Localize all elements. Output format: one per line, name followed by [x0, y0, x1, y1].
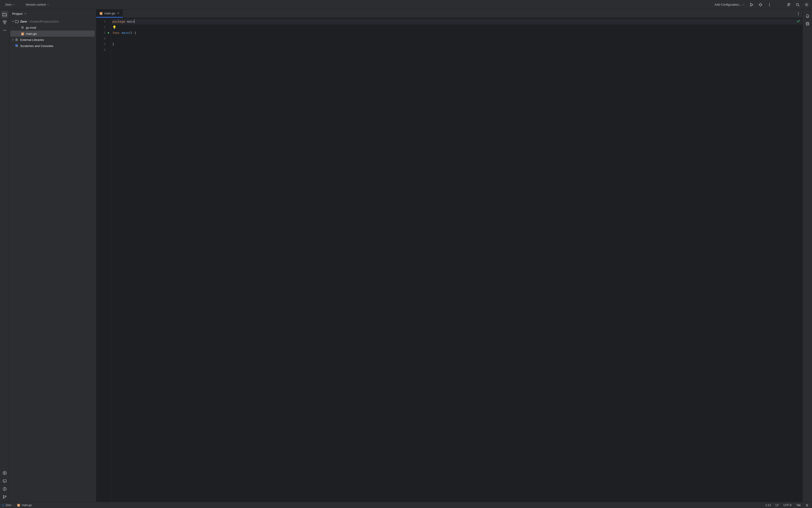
- search-everywhere-button[interactable]: [794, 1, 802, 8]
- navigation-bar[interactable]: Zero 🐹 main.go: [2, 503, 32, 507]
- indent-settings[interactable]: Tab: [795, 504, 802, 507]
- more-tool-windows-button[interactable]: [1, 27, 8, 34]
- run-configurations-dropdown[interactable]: Add Configuration...: [713, 2, 747, 7]
- version-control-label: Version control: [26, 3, 46, 6]
- tree-root[interactable]: Zero ~/GolandProjects/Zero: [10, 18, 95, 25]
- play-icon: [750, 3, 754, 7]
- vertical-dots-icon: [797, 12, 800, 15]
- settings-button[interactable]: [803, 1, 811, 8]
- problems-icon: [3, 487, 7, 491]
- tree-external-libraries[interactable]: External Libraries: [10, 37, 95, 43]
- more-actions-button[interactable]: [765, 1, 773, 8]
- vertical-dots-icon: [768, 3, 771, 7]
- editor-tabs-more-button[interactable]: [794, 9, 803, 17]
- notifications-tool-button[interactable]: [804, 12, 811, 19]
- project-tool-header[interactable]: Project: [9, 9, 96, 18]
- readonly-toggle[interactable]: [804, 504, 810, 507]
- chevron-down-icon: [47, 3, 49, 6]
- go-file-icon: 🐹: [17, 503, 20, 507]
- text-caret: [134, 19, 135, 23]
- library-icon: [15, 38, 19, 42]
- search-icon: [796, 3, 800, 7]
- folder-icon: [15, 19, 19, 23]
- git-tool-button[interactable]: [1, 494, 8, 501]
- caret-position[interactable]: 1:13: [764, 504, 772, 507]
- editor-area: 🐹 main.go 123456 💡 package mainfunc main…: [96, 9, 803, 502]
- expand-toggle[interactable]: [11, 38, 14, 41]
- project-square-icon: [2, 504, 4, 506]
- version-control-menu[interactable]: Version control: [24, 2, 51, 7]
- tree-root-name: Zero: [20, 20, 27, 23]
- chevron-down-icon: [24, 12, 27, 15]
- project-menu[interactable]: Zero: [3, 2, 17, 7]
- go-file-icon: 🐹: [21, 32, 25, 36]
- file-encoding[interactable]: UTF-8: [782, 504, 793, 507]
- project-tool-title: Project: [12, 12, 22, 15]
- chevron-down-icon: [742, 3, 745, 6]
- services-tool-button[interactable]: [1, 469, 8, 476]
- tree-file-label: main.go: [26, 32, 37, 36]
- bug-icon: [758, 3, 763, 7]
- code-editor[interactable]: 123456 💡 package mainfunc main() {}: [96, 18, 803, 502]
- crumb-file[interactable]: main.go: [22, 504, 32, 507]
- editor-tab-maingo[interactable]: 🐹 main.go: [96, 9, 123, 17]
- crumb-project[interactable]: Zero: [6, 504, 11, 507]
- tree-file-gomod[interactable]: go.mod: [10, 25, 95, 31]
- bell-icon: [805, 14, 810, 18]
- debug-button[interactable]: [757, 1, 765, 8]
- close-icon: [117, 12, 120, 14]
- folder-icon: [3, 12, 7, 16]
- analysis-ok-icon[interactable]: [797, 19, 800, 23]
- database-tool-button[interactable]: [804, 20, 811, 27]
- scratches-icon: [15, 44, 19, 48]
- titlebar: Zero Version control Add Configuration..…: [0, 0, 812, 9]
- unlock-icon: [805, 504, 809, 507]
- tree-scratches[interactable]: Scratches and Consoles: [10, 43, 95, 49]
- tree-file-label: go.mod: [26, 26, 36, 29]
- run-button[interactable]: [748, 1, 756, 8]
- gear-icon: [805, 3, 809, 7]
- services-icon: [3, 471, 7, 475]
- line-separator[interactable]: LF: [774, 504, 780, 507]
- structure-tool-button[interactable]: [1, 19, 8, 26]
- tree-item-label: External Libraries: [20, 38, 44, 42]
- gutter-run-icon[interactable]: [107, 32, 110, 34]
- problems-tool-button[interactable]: [1, 485, 8, 493]
- editor-tabs-bar: 🐹 main.go: [96, 9, 803, 18]
- code-with-me-button[interactable]: [785, 1, 793, 8]
- branch-icon: [3, 495, 7, 499]
- project-tree[interactable]: Zero ~/GolandProjects/Zero go.mod 🐹 main…: [9, 18, 96, 502]
- structure-icon: [3, 20, 7, 25]
- horizontal-dots-icon: [3, 29, 7, 32]
- editor-gutter[interactable]: 123456: [96, 18, 111, 502]
- intention-bulb-icon[interactable]: 💡: [112, 25, 116, 30]
- tree-item-label: Scratches and Consoles: [20, 44, 53, 48]
- chevron-right-icon: [13, 504, 15, 506]
- status-bar: Zero 🐹 main.go 1:13 LF UTF-8 Tab: [0, 502, 812, 508]
- project-tool-window: Project Zero ~/GolandProjects/Zero go.mo…: [9, 9, 96, 502]
- right-toolstrip: [803, 9, 812, 502]
- terminal-icon: [3, 479, 7, 483]
- project-tool-button[interactable]: [1, 11, 8, 18]
- close-tab-button[interactable]: [117, 11, 120, 15]
- chevron-down-icon: [12, 3, 15, 6]
- expand-toggle[interactable]: [11, 20, 14, 23]
- go-file-icon: 🐹: [99, 11, 103, 15]
- user-plus-icon: [786, 3, 791, 7]
- run-config-label: Add Configuration...: [715, 3, 741, 6]
- tree-root-path: ~/GolandProjects/Zero: [28, 20, 59, 23]
- terminal-tool-button[interactable]: [1, 477, 8, 484]
- left-toolstrip: [0, 9, 9, 502]
- editor-tab-label: main.go: [104, 11, 115, 15]
- project-menu-label: Zero: [5, 3, 11, 6]
- database-icon: [805, 22, 810, 26]
- tree-file-maingo[interactable]: 🐹 main.go: [10, 31, 95, 37]
- editor-code[interactable]: 💡 package mainfunc main() {}: [111, 18, 803, 502]
- gomod-icon: [21, 26, 25, 29]
